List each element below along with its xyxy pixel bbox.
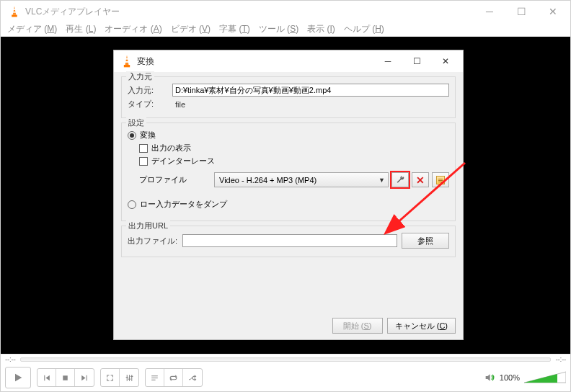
loop-icon: [169, 373, 178, 383]
convert-dialog: 変換 ─ ☐ ✕ 入力元 入力元: D:¥tinka¥素材¥自分の写真¥動画¥動…: [113, 50, 464, 340]
close-button[interactable]: ✕: [537, 1, 569, 22]
next-button[interactable]: [75, 369, 94, 386]
time-elapsed: --:--: [5, 355, 16, 363]
x-icon: ✕: [416, 175, 425, 185]
menubar: メディア (M) 再生 (L) オーディオ (A) ビデオ (V) 字幕 (T)…: [1, 22, 570, 37]
chevron-down-icon: ▼: [379, 177, 385, 184]
radio-dump-label: ロー入力データをダンプ: [140, 199, 227, 210]
svg-rect-4: [124, 65, 130, 67]
svg-rect-6: [125, 61, 128, 63]
source-group: 入力元 入力元: D:¥tinka¥素材¥自分の写真¥動画¥動画2.mp4 タイ…: [121, 76, 456, 118]
seekbar-row: --:-- --:--: [1, 354, 570, 364]
volume-control[interactable]: 100%: [484, 371, 566, 384]
menu-media[interactable]: メディア (M): [4, 22, 61, 36]
start-button[interactable]: 開始 (S): [332, 318, 383, 334]
output-file-input[interactable]: [182, 234, 397, 247]
radio-convert[interactable]: 変換: [128, 130, 449, 141]
checkbox-deinterlace-label: デインターレース: [151, 156, 215, 166]
wrench-icon: [396, 175, 405, 184]
stop-icon: [61, 373, 70, 383]
new-list-icon: [436, 176, 445, 184]
profile-value: Video - H.264 + MP3 (MP4): [219, 176, 317, 184]
seek-slider[interactable]: [20, 357, 552, 362]
settings-legend: 設定: [126, 117, 146, 128]
vlc-cone-icon: [120, 54, 134, 68]
output-file-label: 出力ファイル:: [128, 236, 178, 246]
speaker-icon: [484, 372, 495, 383]
checkbox-display-output[interactable]: 出力の表示: [139, 143, 449, 153]
menu-video[interactable]: ビデオ (V): [167, 22, 214, 36]
menu-view[interactable]: 表示 (I): [304, 22, 339, 36]
dialog-title: 変換: [137, 55, 154, 68]
fullscreen-icon: [105, 373, 115, 383]
maximize-button[interactable]: ☐: [505, 1, 537, 22]
type-label: タイプ:: [128, 99, 168, 110]
menu-subtitle[interactable]: 字幕 (T): [216, 22, 254, 36]
edit-profile-button[interactable]: [391, 172, 409, 187]
ext-settings-button[interactable]: [120, 369, 138, 386]
svg-rect-5: [125, 58, 128, 60]
dialog-titlebar: 変換 ─ ☐ ✕: [114, 50, 463, 72]
source-label: 入力元:: [128, 85, 168, 96]
loop-button[interactable]: [164, 369, 183, 386]
dialog-minimize-button[interactable]: ─: [373, 51, 402, 71]
menu-audio[interactable]: オーディオ (A): [101, 22, 165, 36]
vlc-cone-icon: [8, 5, 21, 18]
dialog-maximize-button[interactable]: ☐: [402, 51, 431, 71]
menu-playback[interactable]: 再生 (L): [62, 22, 99, 36]
playlist-button[interactable]: [146, 369, 164, 386]
svg-rect-2: [13, 12, 16, 13]
output-group: 出力用URL 出力ファイル: 参照: [121, 226, 456, 257]
playlist-icon: [150, 373, 159, 383]
shuffle-button[interactable]: [183, 369, 202, 386]
time-total: --:--: [555, 355, 566, 363]
checkbox-icon: [139, 157, 148, 166]
radio-dump[interactable]: ロー入力データをダンプ: [128, 199, 449, 210]
window-title: VLCメディアプレイヤー: [25, 6, 120, 18]
minimize-button[interactable]: ─: [474, 1, 505, 22]
svg-rect-3: [63, 375, 68, 380]
profile-label: プロファイル: [139, 174, 211, 185]
stop-button[interactable]: [56, 369, 75, 386]
radio-convert-label: 変換: [140, 130, 156, 141]
browse-button[interactable]: 参照: [402, 233, 449, 249]
menu-tools[interactable]: ツール (S): [255, 22, 302, 36]
play-icon: [12, 372, 24, 383]
delete-profile-button[interactable]: ✕: [412, 172, 429, 187]
output-legend: 出力用URL: [126, 220, 170, 231]
svg-rect-0: [12, 15, 17, 17]
skip-prev-icon: [42, 373, 51, 383]
type-value: file: [172, 100, 185, 109]
fullscreen-button[interactable]: [101, 369, 120, 386]
checkbox-display-label: 出力の表示: [151, 143, 191, 153]
titlebar: VLCメディアプレイヤー ─ ☐ ✕: [1, 1, 570, 22]
controls: 100%: [1, 364, 570, 391]
checkbox-icon: [139, 144, 148, 153]
volume-percent: 100%: [500, 373, 520, 382]
checkbox-deinterlace[interactable]: デインターレース: [139, 156, 449, 166]
volume-slider[interactable]: [524, 371, 566, 384]
shuffle-icon: [188, 373, 198, 383]
radio-icon: [128, 131, 136, 140]
new-profile-button[interactable]: [432, 172, 449, 187]
settings-group: 設定 変換 出力の表示 デインターレース プロファイル Video - H.26…: [121, 122, 456, 221]
dialog-close-button[interactable]: ✕: [431, 51, 460, 71]
prev-button[interactable]: [37, 369, 56, 386]
play-button[interactable]: [5, 367, 31, 388]
svg-rect-1: [14, 9, 16, 10]
menu-help[interactable]: ヘルプ (H): [340, 22, 388, 36]
profile-combobox[interactable]: Video - H.264 + MP3 (MP4) ▼: [214, 172, 389, 187]
source-legend: 入力元: [126, 71, 154, 82]
radio-icon: [128, 200, 136, 209]
source-path-input[interactable]: D:¥tinka¥素材¥自分の写真¥動画¥動画2.mp4: [172, 84, 449, 97]
cancel-button[interactable]: キャンセル (C): [387, 318, 456, 334]
equalizer-icon: [125, 373, 134, 383]
skip-next-icon: [80, 373, 89, 383]
